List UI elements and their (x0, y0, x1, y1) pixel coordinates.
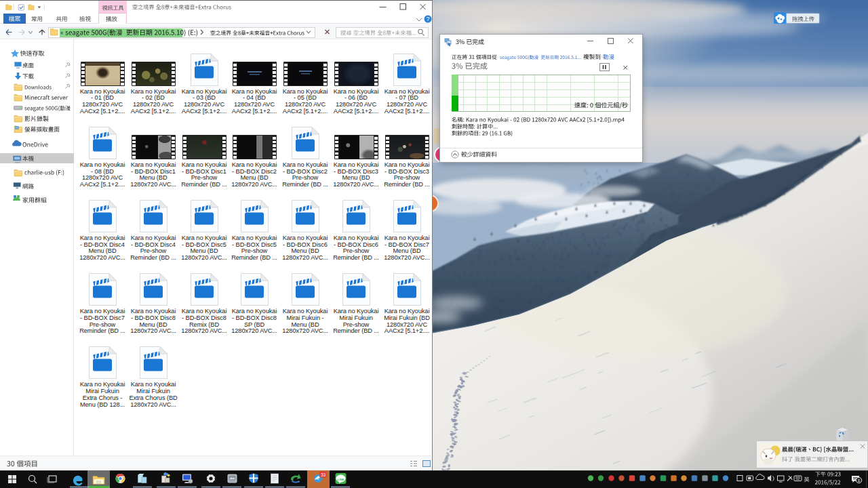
svg-text:?: ? (426, 16, 429, 22)
svg-text:LINE: LINE (337, 478, 344, 481)
svg-text:33: 33 (321, 472, 326, 477)
